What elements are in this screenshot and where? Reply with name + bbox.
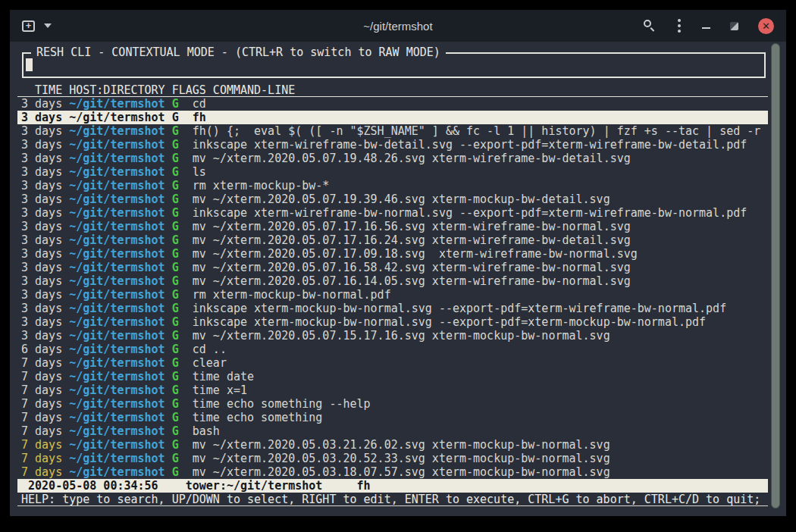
row-command: inkscape xterm-mockup-bw-normal.svg --ex… <box>193 315 706 329</box>
row-command: inkscape xterm-wireframe-bw-normal.svg -… <box>193 206 747 220</box>
terminal-window: + ~/git/termshot ✕ RESH CLI - CONTEXTUAL… <box>10 10 786 516</box>
history-list: 3 days ~/git/termshot G cd3 days ~/git/t… <box>17 97 768 479</box>
row-directory: ~/git/termshot <box>69 383 171 397</box>
row-command: inkscape xterm-wireframe-bw-detail.svg -… <box>193 138 747 152</box>
history-row[interactable]: 7 days ~/git/termshot G mv ~/xterm.2020.… <box>17 465 768 479</box>
row-time: 3 days <box>21 192 69 206</box>
history-row[interactable]: 6 days ~/git/termshot G cd .. <box>17 343 768 356</box>
row-time: 7 days <box>21 411 69 424</box>
row-directory: ~/git/termshot <box>69 356 171 370</box>
history-row[interactable]: 3 days ~/git/termshot G inkscape xterm-m… <box>17 302 768 315</box>
history-row[interactable]: 3 days ~/git/termshot G mv ~/xterm.2020.… <box>17 247 768 261</box>
history-row[interactable]: 3 days ~/git/termshot G mv ~/xterm.2020.… <box>17 274 768 288</box>
history-row[interactable]: 7 days ~/git/termshot G bash <box>17 424 768 438</box>
row-command: time x=1 <box>193 383 247 397</box>
history-row[interactable]: 7 days ~/git/termshot G time echo someth… <box>17 411 768 424</box>
history-row[interactable]: 3 days ~/git/termshot G mv ~/xterm.2020.… <box>17 220 768 233</box>
row-command: clear <box>193 356 227 370</box>
history-row[interactable]: 7 days ~/git/termshot G time date <box>17 370 768 383</box>
row-command: ls <box>193 165 206 179</box>
row-flags: G <box>172 424 193 438</box>
maximize-button[interactable] <box>730 22 738 30</box>
search-icon <box>644 20 651 27</box>
row-time: 3 days <box>21 206 69 220</box>
history-row[interactable]: 3 days ~/git/termshot G mv ~/xterm.2020.… <box>17 261 768 274</box>
row-flags: G <box>172 111 193 124</box>
row-command: cd .. <box>193 343 227 356</box>
row-command: bash <box>193 424 220 438</box>
text-cursor <box>26 58 33 71</box>
history-row[interactable]: 3 days ~/git/termshot G inkscape xterm-w… <box>17 206 768 220</box>
minimize-button[interactable] <box>702 27 710 29</box>
row-time: 7 days <box>21 370 69 383</box>
row-flags: G <box>172 329 193 343</box>
row-time: 7 days <box>21 383 69 397</box>
row-command: fh <box>193 111 206 124</box>
search-input-box[interactable]: RESH CLI - CONTEXTUAL MODE - (CTRL+R to … <box>22 52 766 78</box>
row-directory: ~/git/termshot <box>69 220 171 233</box>
history-row[interactable]: 3 days ~/git/termshot G mv ~/xterm.2020.… <box>17 152 768 165</box>
history-row[interactable]: 7 days ~/git/termshot G time echo someth… <box>17 397 768 411</box>
history-row[interactable]: 3 days ~/git/termshot G fh() {; eval $( … <box>17 124 768 138</box>
row-time: 3 days <box>21 233 69 247</box>
row-command: mv ~/xterm.2020.05.07.19.48.26.svg xterm… <box>193 152 631 165</box>
row-command: mv ~/xterm.2020.05.07.16.14.05.svg xterm… <box>193 274 631 288</box>
history-row[interactable]: 3 days ~/git/termshot G cd <box>17 97 768 111</box>
history-row[interactable]: 3 days ~/git/termshot G rm xterm-mockup-… <box>17 288 768 302</box>
history-row[interactable]: 3 days ~/git/termshot G ls <box>17 165 768 179</box>
row-directory: ~/git/termshot <box>69 261 171 274</box>
row-time: 3 days <box>21 165 69 179</box>
history-row[interactable]: 7 days ~/git/termshot G mv ~/xterm.2020.… <box>17 438 768 452</box>
row-flags: G <box>172 124 193 138</box>
help-line: HELP: type to search, UP/DOWN to select,… <box>17 493 768 506</box>
titlebar: + ~/git/termshot ✕ <box>10 10 786 42</box>
row-flags: G <box>172 411 193 424</box>
row-directory: ~/git/termshot <box>69 424 171 438</box>
row-directory: ~/git/termshot <box>69 192 171 206</box>
history-row[interactable]: 3 days ~/git/termshot G inkscape xterm-w… <box>17 138 768 152</box>
row-command: time echo something --help <box>193 397 371 411</box>
history-row[interactable]: 3 days ~/git/termshot G fh <box>17 111 768 124</box>
titlebar-left: + <box>22 20 189 32</box>
new-tab-button[interactable]: + <box>22 20 35 32</box>
history-row[interactable]: 3 days ~/git/termshot G mv ~/xterm.2020.… <box>17 329 768 343</box>
status-bar: 2020-05-08 00:34:56 tower:~/git/termshot… <box>17 479 768 493</box>
resh-box-title: RESH CLI - CONTEXTUAL MODE - (CTRL+R to … <box>31 45 446 59</box>
row-flags: G <box>172 356 193 370</box>
row-directory: ~/git/termshot <box>69 124 171 138</box>
history-row[interactable]: 7 days ~/git/termshot G mv ~/xterm.2020.… <box>17 452 768 465</box>
history-row[interactable]: 3 days ~/git/termshot G rm xterm-mockup-… <box>17 179 768 192</box>
row-flags: G <box>172 343 193 356</box>
row-flags: G <box>172 206 193 220</box>
row-command: mv ~/xterm.2020.05.03.21.26.02.svg xterm… <box>193 438 610 452</box>
row-time: 3 days <box>21 329 69 343</box>
menu-button[interactable] <box>676 17 682 34</box>
row-directory: ~/git/termshot <box>69 452 171 465</box>
row-flags: G <box>172 233 193 247</box>
row-flags: G <box>172 302 193 315</box>
row-time: 7 days <box>21 424 69 438</box>
window-title: ~/git/termshot <box>189 20 607 33</box>
history-row[interactable]: 3 days ~/git/termshot G inkscape xterm-m… <box>17 315 768 329</box>
row-time: 3 days <box>21 274 69 288</box>
scrollbar[interactable] <box>771 43 780 509</box>
search-button[interactable] <box>643 19 657 33</box>
history-row[interactable]: 7 days ~/git/termshot G clear <box>17 356 768 370</box>
row-command: mv ~/xterm.2020.05.07.16.58.42.svg xterm… <box>193 261 631 274</box>
history-row[interactable]: 7 days ~/git/termshot G time x=1 <box>17 383 768 397</box>
row-directory: ~/git/termshot <box>69 206 171 220</box>
row-time: 3 days <box>21 111 69 124</box>
row-directory: ~/git/termshot <box>69 165 171 179</box>
row-command: fh() {; eval $( ([ -n "$ZSH_NAME" ] && f… <box>193 124 761 138</box>
row-directory: ~/git/termshot <box>69 288 171 302</box>
row-time: 7 days <box>21 452 69 465</box>
row-flags: G <box>172 452 193 465</box>
close-button[interactable]: ✕ <box>758 18 774 34</box>
row-flags: G <box>172 438 193 452</box>
history-row[interactable]: 3 days ~/git/termshot G mv ~/xterm.2020.… <box>17 192 768 206</box>
chevron-down-icon[interactable] <box>44 23 52 28</box>
terminal-screen: RESH CLI - CONTEXTUAL MODE - (CTRL+R to … <box>10 42 786 516</box>
row-command: rm xterm-mockup-bw-normal.pdf <box>193 288 391 302</box>
row-directory: ~/git/termshot <box>69 138 171 152</box>
history-row[interactable]: 3 days ~/git/termshot G mv ~/xterm.2020.… <box>17 233 768 247</box>
